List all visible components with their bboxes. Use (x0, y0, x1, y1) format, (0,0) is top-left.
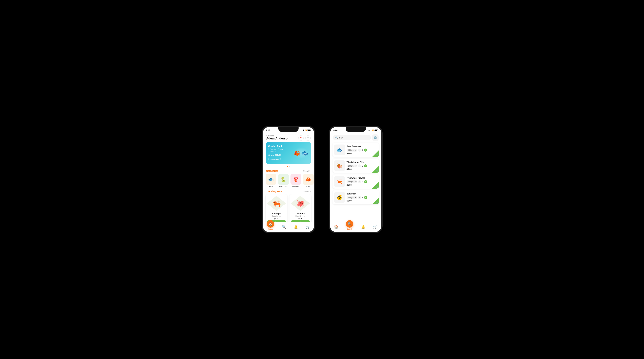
list-item[interactable]: 🐟 Fish (266, 174, 276, 187)
home-nav-icon-2: 🏠 (334, 225, 338, 229)
qty-num-prawns: 2 (362, 181, 363, 183)
list-item[interactable]: 🦞 Lobsters (290, 174, 301, 187)
search-icon: 🔍 (335, 136, 338, 139)
product-controls-prawns: 120 gm 200 gm − 2 + (347, 180, 377, 183)
product-info-butterfish: Butterfish 100 gm 200 gm − 2 + $5.00 (347, 193, 377, 202)
menu-button[interactable]: ☰ (305, 135, 311, 141)
home-nav-label: Home (268, 228, 273, 230)
status-icons-2: 📶 (368, 130, 378, 131)
category-icon-lampreys: 🐍 (278, 174, 289, 185)
banner-price: @ just $20.00 (268, 154, 294, 156)
trending-name-shrimps: Shrimps (267, 212, 286, 215)
status-icons: 📶 (301, 130, 311, 131)
cart-icon: 🛒 (376, 170, 378, 172)
trending-price-octopus: $4.00 (291, 217, 310, 220)
bell-nav-icon-2: 🔔 (361, 225, 365, 229)
search-bar-row: 🔍 ⚙️ (330, 133, 381, 143)
trending-img-shrimps: 🦐 (267, 196, 286, 211)
phone-home-screen: 9:41 📶 (263, 127, 314, 232)
list-item: 🦐 Shrimps Quantity: 1pc $4.00 Add (266, 194, 288, 222)
trending-see-all[interactable]: See all > (303, 190, 310, 192)
table-row: 🐠 Butterfish 100 gm 200 gm − 2 + (332, 190, 379, 204)
dot-2[interactable] (289, 166, 290, 167)
qty-plus-prawns[interactable]: + (364, 180, 367, 183)
categories-see-all[interactable]: See all > (303, 170, 310, 172)
bell-nav-icon: 🔔 (294, 225, 298, 229)
trending-img-octopus: 🐙 (291, 196, 310, 211)
product-name-basa: Basa Boneless (347, 145, 377, 148)
list-item: 🐙 Octopus Quantity: 1pc $4.00 Add (290, 194, 311, 222)
banner-desc: 3 Fishes + 1 Crab +2 Shrimps (268, 148, 294, 153)
add-octopus-button[interactable]: Add (291, 220, 310, 222)
wifi-icon: 📶 (304, 130, 306, 131)
nav-home[interactable]: 🏠 Home (267, 224, 274, 230)
qty-minus-basa[interactable]: − (358, 149, 361, 152)
table-row: 🍖 Tilapia Large-Fillet 100 gm 200 gm − 2 (332, 159, 379, 173)
qty-num-tilapia: 2 (362, 165, 363, 167)
qty-num-basa: 2 (362, 149, 363, 151)
qty-minus-prawns[interactable]: − (358, 180, 361, 183)
cart-icon: 🛒 (376, 154, 378, 156)
category-icon-lobsters: 🦞 (290, 174, 301, 185)
search-input[interactable] (339, 136, 368, 139)
nav-cart-2[interactable]: 🛒 (373, 225, 377, 229)
wifi-icon-2: 📶 (372, 130, 374, 131)
phone-search: 09:41 📶 (329, 126, 382, 233)
qty-select-basa[interactable]: 100 gm 200 gm (347, 149, 357, 152)
status-time-2: 09:41 (334, 129, 339, 132)
qty-select-tilapia[interactable]: 100 gm 200 gm (347, 165, 357, 167)
product-name-tilapia: Tilapia Large-Fillet (347, 161, 377, 163)
battery-icon (307, 130, 311, 131)
cart-nav-icon-2: 🛒 (373, 225, 377, 229)
cart-icon: 🛒 (376, 186, 378, 188)
qty-num-butterfish: 2 (362, 196, 363, 199)
filter-icon: ⚙️ (374, 136, 377, 139)
table-row: 🐟 Basa Boneless 100 gm 200 gm − 2 + (332, 143, 379, 157)
product-img-prawns: 🦐 (334, 176, 345, 187)
trending-price-shrimps: $4.00 (267, 217, 286, 220)
category-label-crab: Crab (306, 185, 310, 187)
dot-1[interactable] (287, 166, 288, 167)
product-name-prawns: Freshwater Prawns (347, 177, 377, 179)
product-price-butterfish: $5.00 (347, 200, 377, 202)
qty-select-butterfish[interactable]: 100 gm 200 gm (347, 196, 357, 199)
home-nav-icon: 🏠 (267, 220, 274, 228)
filter-button[interactable]: ⚙️ (372, 134, 378, 141)
qty-plus-basa[interactable]: + (364, 149, 367, 152)
qty-minus-tilapia[interactable]: − (358, 164, 361, 167)
location-button[interactable]: 📍 (298, 135, 304, 141)
product-controls-basa: 100 gm 200 gm − 2 + (347, 149, 377, 152)
nav-notifications[interactable]: 🔔 (294, 225, 298, 229)
qty-plus-tilapia[interactable]: + (364, 164, 367, 167)
nav-search[interactable]: 🔍 (282, 225, 286, 229)
product-list: 🐟 Basa Boneless 100 gm 200 gm − 2 + (330, 143, 381, 204)
trending-qty-octopus: Quantity: 1pc (291, 215, 310, 217)
table-row: 🦐 Freshwater Prawns 120 gm 200 gm − 2 + (332, 174, 379, 189)
qty-minus-butterfish[interactable]: − (358, 196, 361, 199)
nav-cart[interactable]: 🛒 (306, 225, 310, 229)
shop-now-button[interactable]: Shop Now (268, 158, 281, 161)
product-info-basa: Basa Boneless 100 gm 200 gm − 2 + $5.0 (347, 145, 377, 155)
qty-plus-butterfish[interactable]: + (364, 196, 367, 199)
categories-row: 🐟 Fish 🐍 Lampreys 🦞 Lobsters 🦀 Crab (263, 174, 314, 189)
category-label-lampreys: Lampreys (279, 185, 287, 187)
battery-icon-2 (374, 130, 378, 131)
product-img-butterfish: 🐠 (334, 192, 345, 203)
search-nav-label: Search (347, 228, 352, 230)
phone-home-content: Welcome, Adem Anderson 📍 ☰ Combo Pack 3 … (263, 133, 314, 222)
promo-banner: Combo Pack 3 Fishes + 1 Crab +2 Shrimps … (266, 142, 311, 164)
list-item[interactable]: 🦀 Crab (303, 174, 314, 187)
header-icons: 📍 ☰ (298, 135, 311, 141)
status-bar-home: 9:41 📶 (263, 127, 314, 133)
list-item[interactable]: 🐍 Lampreys (278, 174, 289, 187)
category-label-lobsters: Lobsters (292, 185, 299, 187)
nav-search-2[interactable]: 🔍 Search (346, 224, 353, 230)
nav-notifications-2[interactable]: 🔔 (361, 225, 365, 229)
product-info-tilapia: Tilapia Large-Fillet 100 gm 200 gm − 2 + (347, 161, 377, 170)
product-price-basa: $5.00 (347, 152, 377, 155)
qty-select-prawns[interactable]: 120 gm 200 gm (347, 180, 357, 183)
trending-name-octopus: Octopus (291, 212, 310, 215)
welcome-text: Welcome, (266, 135, 290, 137)
bottom-nav-search: 🏠 🔍 Search 🔔 🛒 (330, 222, 381, 232)
nav-home-2[interactable]: 🏠 (334, 225, 338, 229)
